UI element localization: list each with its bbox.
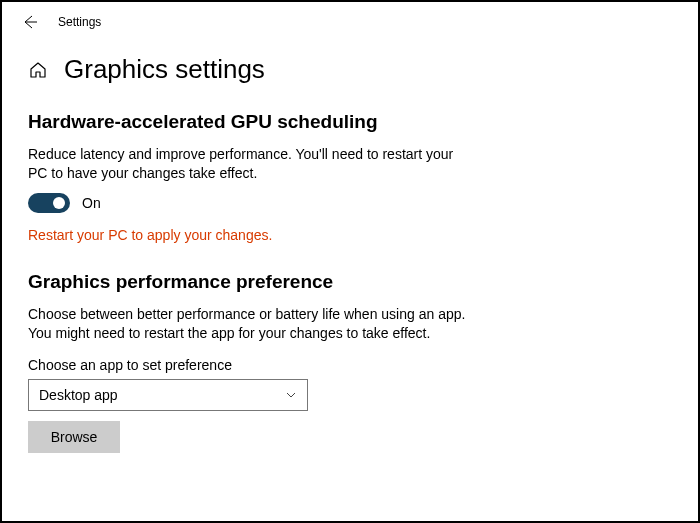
- back-arrow-icon[interactable]: [20, 12, 40, 32]
- performance-pref-heading: Graphics performance preference: [28, 271, 672, 293]
- performance-pref-description: Choose between better performance or bat…: [28, 305, 478, 343]
- app-type-selected: Desktop app: [39, 387, 118, 403]
- gpu-scheduling-description: Reduce latency and improve performance. …: [28, 145, 458, 183]
- toggle-state-label: On: [82, 195, 101, 211]
- gpu-scheduling-toggle[interactable]: [28, 193, 70, 213]
- toggle-knob: [53, 197, 65, 209]
- page-title: Graphics settings: [64, 54, 265, 85]
- topbar-title: Settings: [58, 15, 101, 29]
- app-type-select[interactable]: Desktop app: [28, 379, 308, 411]
- gpu-scheduling-heading: Hardware-accelerated GPU scheduling: [28, 111, 672, 133]
- browse-button[interactable]: Browse: [28, 421, 120, 453]
- home-icon[interactable]: [28, 60, 48, 80]
- choose-app-label: Choose an app to set preference: [28, 357, 672, 373]
- restart-warning: Restart your PC to apply your changes.: [28, 227, 672, 243]
- chevron-down-icon: [285, 389, 297, 401]
